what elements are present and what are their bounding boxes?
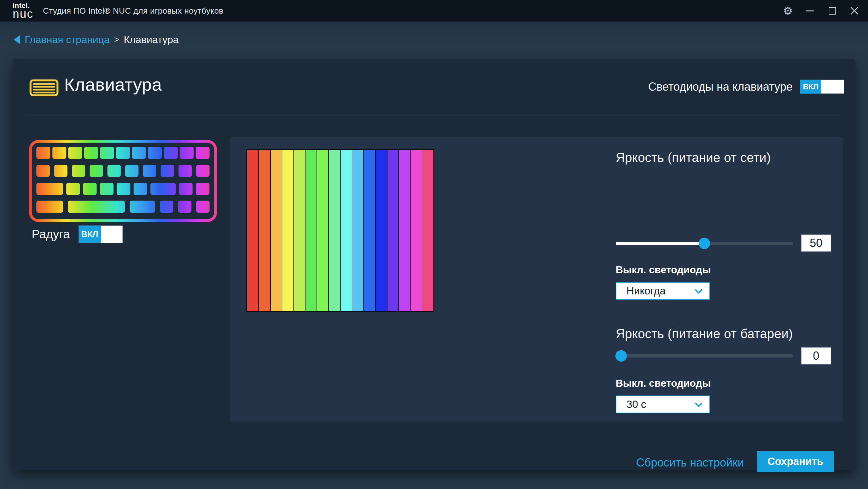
toggle-on-label: ВКЛ bbox=[800, 80, 821, 93]
chevron-down-icon bbox=[695, 289, 703, 294]
breadcrumb-separator: > bbox=[114, 34, 119, 45]
minimize-icon bbox=[806, 10, 814, 11]
preview-stripe bbox=[259, 150, 270, 311]
toggle-knob bbox=[101, 226, 123, 243]
toggle-knob bbox=[821, 80, 844, 93]
battery-brightness-value[interactable]: 0 bbox=[801, 347, 831, 365]
battery-brightness-slider[interactable] bbox=[616, 350, 793, 362]
ac-off-leds-label: Выкл. светодиоды bbox=[616, 264, 834, 276]
battery-off-leds-label: Выкл. светодиоды bbox=[616, 377, 834, 389]
dropdown-value: 30 с bbox=[626, 398, 646, 410]
window-controls: ⚙ bbox=[777, 0, 865, 22]
preview-stripe bbox=[329, 150, 340, 311]
maximize-icon bbox=[829, 7, 836, 15]
keyboard-settings-panel: Клавиатура Светодиоды на клавиатуре ВКЛ … bbox=[13, 59, 855, 470]
maximize-button[interactable] bbox=[821, 0, 843, 22]
slider-fill bbox=[616, 242, 704, 245]
minimize-button[interactable] bbox=[799, 0, 821, 22]
preview-stripe bbox=[388, 150, 399, 311]
toggle-on-label: ВКЛ bbox=[79, 226, 101, 243]
settings-button[interactable]: ⚙ bbox=[777, 0, 799, 22]
save-button[interactable]: Сохранить bbox=[757, 451, 834, 472]
preview-stripe bbox=[271, 150, 282, 311]
preview-stripe bbox=[399, 150, 410, 311]
header-divider bbox=[25, 115, 843, 115]
breadcrumb-current: Клавиатура bbox=[124, 34, 179, 46]
preview-stripe bbox=[376, 150, 387, 311]
gear-icon: ⚙ bbox=[783, 5, 793, 16]
keyboard-icon bbox=[29, 79, 59, 96]
preview-stripe bbox=[247, 150, 258, 311]
rainbow-label: Радуга bbox=[32, 228, 70, 241]
slider-track[interactable] bbox=[616, 354, 793, 357]
preview-stripe bbox=[410, 150, 422, 311]
ac-brightness-title: Яркость (питание от сети) bbox=[616, 150, 834, 165]
effect-settings-card: Яркость (питание от сети) 50 Выкл. свето… bbox=[230, 137, 843, 422]
intel-nuc-logo: intel. nuc bbox=[13, 2, 34, 20]
breadcrumb-home-link[interactable]: Главная страница bbox=[25, 34, 110, 46]
slider-thumb[interactable] bbox=[699, 238, 710, 249]
keyboard-leds-toggle[interactable]: ВКЛ bbox=[800, 80, 844, 93]
ac-off-leds-dropdown[interactable]: Никогда bbox=[616, 282, 710, 300]
preview-stripe bbox=[422, 150, 433, 311]
back-arrow-icon[interactable] bbox=[14, 35, 20, 45]
logo-nuc: nuc bbox=[13, 8, 34, 20]
slider-thumb[interactable] bbox=[615, 350, 627, 362]
page-title: Клавиатура bbox=[64, 74, 162, 95]
preview-stripe bbox=[306, 150, 316, 311]
ac-brightness-slider[interactable] bbox=[616, 238, 793, 249]
chevron-down-icon bbox=[695, 402, 703, 407]
vertical-divider bbox=[598, 149, 598, 405]
rainbow-preview bbox=[246, 149, 434, 312]
breadcrumb: Главная страница > Клавиатура bbox=[14, 32, 179, 48]
preview-stripe bbox=[341, 150, 352, 311]
preview-stripe bbox=[352, 150, 364, 311]
app-title: Студия ПО Intel® NUC для игровых ноутбук… bbox=[43, 6, 223, 16]
keyboard-leds-label: Светодиоды на клавиатуре bbox=[648, 80, 793, 93]
dropdown-value: Никогда bbox=[626, 285, 666, 297]
close-icon bbox=[850, 7, 859, 15]
title-bar: intel. nuc Студия ПО Intel® NUC для игро… bbox=[0, 0, 868, 22]
rainbow-toggle[interactable]: ВКЛ bbox=[79, 226, 123, 243]
reset-settings-link[interactable]: Сбросить настройки bbox=[636, 456, 744, 469]
ac-brightness-value[interactable]: 50 bbox=[801, 234, 831, 252]
preview-stripe bbox=[364, 150, 375, 311]
preview-stripe bbox=[282, 150, 293, 311]
preview-stripe bbox=[294, 150, 305, 311]
rainbow-keyboard-graphic bbox=[29, 140, 217, 222]
preview-stripe bbox=[317, 150, 328, 311]
close-button[interactable] bbox=[843, 0, 865, 22]
battery-brightness-title: Яркость (питание от батареи) bbox=[616, 327, 834, 341]
battery-off-leds-dropdown[interactable]: 30 с bbox=[616, 396, 710, 413]
